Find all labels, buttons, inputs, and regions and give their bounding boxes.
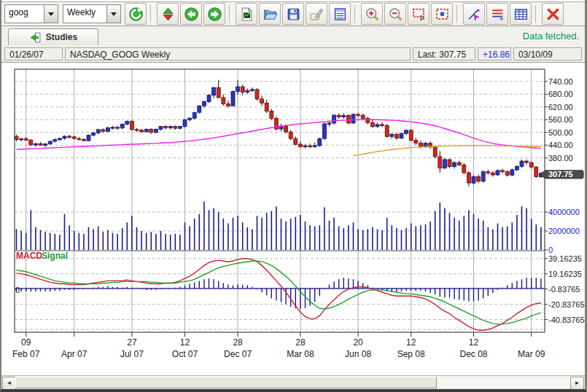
price-axis-labels: 740.00680.00620.00560.00500.00440.00380.… <box>545 77 573 162</box>
annotate-button[interactable] <box>306 3 327 25</box>
data-list-icon <box>333 7 348 22</box>
symbol-combo[interactable]: goog <box>4 4 58 23</box>
signal-line <box>17 261 541 324</box>
svg-text:440.00: 440.00 <box>548 141 573 149</box>
indicator-lines-button[interactable] <box>486 3 508 25</box>
last-price-label: Last: 307.75 <box>413 47 475 60</box>
save-button[interactable] <box>282 3 304 25</box>
ma-late-line <box>354 146 541 156</box>
last-price-badge: 307.75 <box>540 170 583 179</box>
zoom-out-icon <box>388 7 403 22</box>
macd-line <box>17 259 541 330</box>
fit-chart-button[interactable] <box>431 3 453 25</box>
studies-icon <box>29 31 42 44</box>
toolbar-buttons <box>124 3 564 25</box>
svg-text:740.00: 740.00 <box>548 77 573 86</box>
info-bar: 01/26/07 NASDAQ_GOOG Weekly Last: 307.75… <box>1 45 585 63</box>
range-start-date: 01/26/07 <box>4 47 63 60</box>
svg-text:Dec 07: Dec 07 <box>224 349 252 359</box>
svg-text:Apr 07: Apr 07 <box>61 349 88 359</box>
fit-chart-icon <box>435 7 450 22</box>
toolbar-separator <box>535 5 538 23</box>
svg-text:380.00: 380.00 <box>548 154 573 162</box>
svg-text:Feb 07: Feb 07 <box>12 349 40 359</box>
svg-text:500.00: 500.00 <box>548 128 573 137</box>
zoom-in-button[interactable] <box>361 3 383 25</box>
volume-axis-labels: 400000020000000 <box>545 208 580 254</box>
svg-text:12: 12 <box>469 337 479 348</box>
tab-studies[interactable]: Studies <box>8 28 98 45</box>
tab-bar: Studies Data fetched. <box>1 26 585 46</box>
delete-chart-icon <box>545 7 561 22</box>
toolbar-separator <box>229 5 232 23</box>
data-list-button[interactable] <box>329 3 351 25</box>
delete-chart-button[interactable] <box>542 3 564 25</box>
trendline-icon <box>467 7 482 22</box>
new-chart-button[interactable] <box>236 3 257 25</box>
scrollbar-track[interactable] <box>438 377 571 388</box>
svg-text:12: 12 <box>180 337 190 348</box>
svg-text:39.16235: 39.16235 <box>548 254 582 263</box>
forward-icon <box>207 7 222 22</box>
svg-text:Mar 08: Mar 08 <box>287 349 314 359</box>
svg-text:28: 28 <box>295 337 306 348</box>
price-flip-button[interactable] <box>157 3 179 25</box>
chevron-down-icon <box>111 12 117 16</box>
scroll-right-button[interactable]: ► <box>570 377 584 390</box>
horizontal-scrollbar[interactable]: ◄ ► <box>1 375 585 389</box>
svg-text:Dec 08: Dec 08 <box>459 349 487 359</box>
price-change: +16.86 <box>478 47 511 60</box>
svg-text:Sep 08: Sep 08 <box>397 349 425 359</box>
zoom-out-button[interactable] <box>384 3 406 25</box>
scrollbar-thumb[interactable] <box>15 377 437 388</box>
data-table-icon <box>513 7 529 22</box>
toolbar-separator <box>354 5 357 23</box>
range-end-date: 03/10/09 <box>513 47 582 60</box>
toolbar-separator <box>150 5 153 23</box>
horizontal-gridlines <box>15 82 545 329</box>
save-icon <box>286 7 301 22</box>
forward-button[interactable] <box>203 3 225 25</box>
refresh-button[interactable] <box>125 3 147 25</box>
vertical-gridlines <box>26 69 532 332</box>
chart-canvas[interactable]: 740.00680.00620.00560.00500.00440.00380.… <box>1 63 587 373</box>
tab-studies-label: Studies <box>46 32 77 42</box>
symbol-combo-value: goog <box>5 5 44 23</box>
svg-text:4000000: 4000000 <box>548 208 580 216</box>
svg-text:Jun 08: Jun 08 <box>345 349 371 359</box>
svg-text:620.00: 620.00 <box>548 103 573 111</box>
trendline-button[interactable] <box>463 3 485 25</box>
open-file-icon <box>263 7 278 22</box>
chart-area: 740.00680.00620.00560.00500.00440.00380.… <box>1 63 587 373</box>
back-button[interactable] <box>180 3 202 25</box>
scroll-left-button[interactable]: ◄ <box>2 377 16 390</box>
indicator-lines-icon <box>490 7 505 22</box>
price-flip-icon <box>160 7 176 22</box>
annotate-icon <box>309 7 324 22</box>
status-message: Data fetched. <box>523 31 579 42</box>
data-table-button[interactable] <box>510 3 532 25</box>
plot-frame <box>15 69 545 332</box>
back-icon <box>184 7 199 22</box>
svg-text:20: 20 <box>353 337 363 348</box>
macd-legend-label: MACD <box>16 251 42 261</box>
toolbar-separator <box>456 5 459 23</box>
period-combo-dropdown-button[interactable] <box>106 5 120 23</box>
refresh-icon <box>128 7 144 22</box>
x-axis-labels: 09Feb 07Apr 0727Jul 0712Oct 0728Dec 0728… <box>12 332 545 359</box>
zoom-region-button[interactable] <box>408 3 429 25</box>
open-file-button[interactable] <box>259 3 281 25</box>
svg-text:2000000: 2000000 <box>548 227 580 235</box>
svg-text:-40.83765: -40.83765 <box>548 315 585 324</box>
app-window: goog Weekly Studies Data fetched. 01/26/… <box>0 0 587 392</box>
svg-text:Oct 07: Oct 07 <box>172 349 198 359</box>
series-title: NASDAQ_GOOG Weekly <box>65 47 411 60</box>
svg-text:Mar 09: Mar 09 <box>518 349 545 359</box>
period-combo[interactable]: Weekly <box>63 4 121 23</box>
signal-legend-label: Signal <box>42 251 68 261</box>
svg-text:-20.83765: -20.83765 <box>548 300 585 309</box>
svg-text:0: 0 <box>548 246 553 254</box>
svg-text:09: 09 <box>21 337 31 348</box>
symbol-combo-dropdown-button[interactable] <box>44 5 58 23</box>
svg-text:-0.83765: -0.83765 <box>548 285 580 294</box>
